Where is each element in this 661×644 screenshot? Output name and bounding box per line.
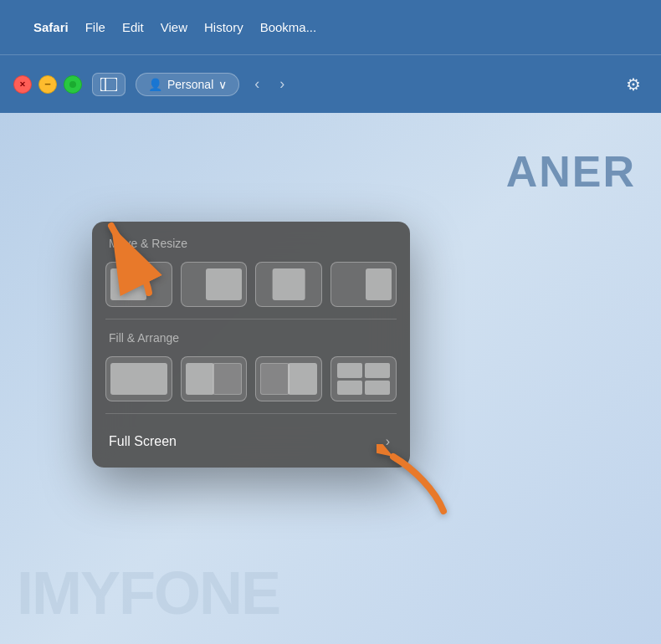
option-left-large[interactable] <box>105 262 172 307</box>
fill-arrange-label: Fill & Arrange <box>105 331 397 345</box>
content-area: iMyFone ANER Move & Resize Fill & Arrang… <box>0 113 661 644</box>
menu-bookmarks[interactable]: Bookma... <box>260 20 317 34</box>
quad-cell-br <box>365 381 390 396</box>
browser-toolbar: 👤 Personal ∨ ‹ › ⚙ <box>0 54 661 113</box>
chevron-down-icon: ∨ <box>218 78 227 91</box>
option-right-small[interactable] <box>330 262 397 307</box>
menu-divider-1 <box>105 319 397 319</box>
traffic-lights <box>13 75 82 94</box>
svg-rect-0 <box>100 78 117 91</box>
option-fullscreen-fill[interactable] <box>105 356 172 401</box>
close-button[interactable] <box>13 75 32 94</box>
option-half-right[interactable] <box>255 356 322 401</box>
quad-cell-tl <box>337 363 362 378</box>
minimize-button[interactable] <box>38 75 57 94</box>
back-button[interactable]: ‹ <box>249 72 264 96</box>
fullscreen-button[interactable] <box>64 75 82 94</box>
settings-button[interactable]: ⚙ <box>619 71 648 98</box>
forward-button[interactable]: › <box>274 72 290 96</box>
menu-divider-2 <box>105 413 397 414</box>
move-resize-label: Move & Resize <box>105 237 397 250</box>
full-screen-option[interactable]: Full Screen › <box>105 426 397 459</box>
option-center[interactable] <box>255 262 322 307</box>
profile-label: Personal <box>167 78 213 91</box>
option-quad[interactable] <box>330 356 397 401</box>
menu-bar: Safari File Edit View History Bookma... <box>0 0 661 54</box>
menu-file[interactable]: File <box>85 20 105 34</box>
profile-button[interactable]: 👤 Personal ∨ <box>136 73 239 96</box>
window-management-menu: Move & Resize Fill & Arrange <box>92 222 410 468</box>
quad-cell-tr <box>365 363 390 378</box>
full-screen-label: Full Screen <box>109 434 177 449</box>
menu-view[interactable]: View <box>161 20 187 34</box>
watermark-text: iMyFone <box>17 559 279 627</box>
option-half-left[interactable] <box>181 356 248 401</box>
quad-grid <box>331 357 397 401</box>
move-resize-options <box>105 262 397 307</box>
menu-history[interactable]: History <box>204 20 243 34</box>
option-right-large[interactable] <box>181 262 248 307</box>
sidebar-toggle-button[interactable] <box>92 73 126 96</box>
quad-cell-bl <box>337 381 362 396</box>
menu-edit[interactable]: Edit <box>122 20 144 34</box>
fill-arrange-options <box>105 356 397 401</box>
profile-icon: 👤 <box>148 78 162 91</box>
menu-safari[interactable]: Safari <box>33 20 69 34</box>
full-screen-arrow-icon: › <box>386 434 390 449</box>
content-title: ANER <box>506 146 636 197</box>
